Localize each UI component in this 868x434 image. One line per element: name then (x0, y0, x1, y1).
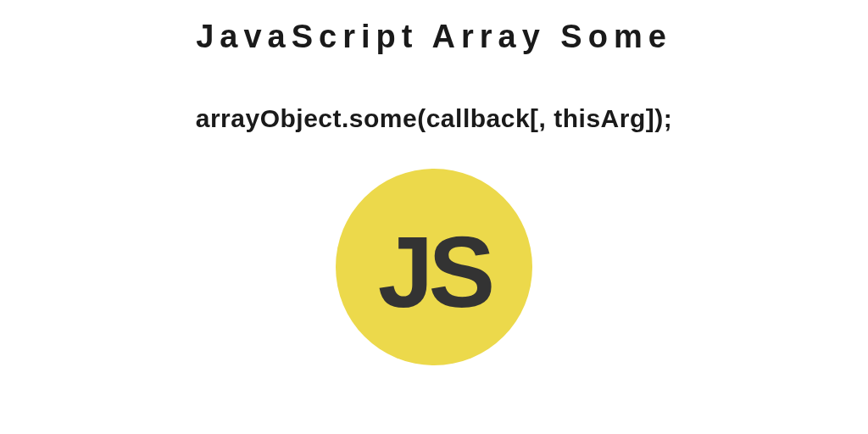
code-syntax: arrayObject.some(callback[, thisArg]); (196, 104, 673, 133)
page-title: JavaScript Array Some (196, 19, 672, 55)
js-logo: JS (336, 169, 532, 365)
js-logo-text: JS (378, 222, 490, 322)
